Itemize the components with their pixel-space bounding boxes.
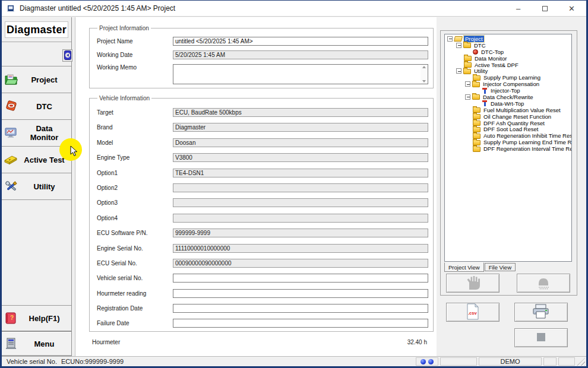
tree-expander-icon[interactable] xyxy=(465,81,470,87)
tree-item-supply-pump-learning[interactable]: Supply Pump Learning xyxy=(445,74,571,81)
folder-icon xyxy=(472,82,480,87)
tree-item-label: Data Check/Rewrite xyxy=(482,94,534,100)
folder-icon xyxy=(464,56,472,61)
tree-item-label: DPF Ash Quantity Reset xyxy=(482,120,546,126)
field-working-date[interactable] xyxy=(173,50,428,59)
tree-item-dpf-soot-load-reset[interactable]: DPF Soot Load Reset xyxy=(445,126,571,132)
tree-item-oil-change-reset-function[interactable]: Oil Change Reset Function xyxy=(445,113,571,120)
hourmeter-label: Hourmeter xyxy=(92,339,120,345)
tree-expander-icon[interactable] xyxy=(465,94,470,100)
stop-button[interactable] xyxy=(514,328,568,347)
form-row-vehicle-serial-no: Vehicle serial No. xyxy=(93,274,429,283)
sidebar-item-utility[interactable]: Utility xyxy=(2,173,71,200)
field-label: Working Memo xyxy=(93,64,173,71)
tree-item-label: Supply Pump Learning End Time Reset xyxy=(482,139,572,145)
field-hourmeter-reading[interactable] xyxy=(173,289,428,298)
tab-file-view[interactable]: File View xyxy=(485,263,516,271)
folder-icon xyxy=(463,69,471,74)
tree-item-dtc-top[interactable]: DTC-Top xyxy=(445,49,571,55)
field-failure-date[interactable] xyxy=(173,319,428,328)
field-model[interactable] xyxy=(173,138,428,147)
tree-expander-icon[interactable] xyxy=(456,43,461,48)
sidebar-collapse-button[interactable] xyxy=(62,49,72,62)
minimize-button[interactable]: – xyxy=(505,1,532,17)
status-blank-3 xyxy=(558,357,575,366)
sidebar-item-data-monitor[interactable]: Data Monitor xyxy=(2,120,71,147)
tree-item-injector-compensation[interactable]: Injector Compensation xyxy=(445,81,571,87)
tree-item-data-check-rewrite[interactable]: Data Check/Rewrite xyxy=(445,94,571,100)
close-button[interactable]: ✕ xyxy=(558,1,585,17)
form-row-option1: Option1 xyxy=(93,169,429,177)
sidebar-item-project[interactable]: Project xyxy=(2,66,71,93)
tree-item-fuel-multiplication-value-reset[interactable]: Fuel Multiplication Value Reset xyxy=(445,107,571,113)
field-option2[interactable] xyxy=(173,183,428,192)
form-row-working-date: Working Date xyxy=(93,50,429,59)
csv-export-button[interactable]: .csv xyxy=(446,303,500,322)
memo-scrollbar[interactable] xyxy=(421,65,428,84)
folder-icon xyxy=(473,127,480,132)
tab-project-view[interactable]: Project View xyxy=(444,262,484,272)
field-ecu-software-p-n[interactable] xyxy=(173,229,428,237)
field-engine-type[interactable] xyxy=(173,153,428,162)
app-icon xyxy=(7,5,15,12)
tree-item-data-wrt-top[interactable]: Data-Wrt-Top xyxy=(445,100,571,107)
hourmeter-row: Hourmeter 32.40 h xyxy=(92,339,427,345)
form-row-option2: Option2 xyxy=(93,183,429,192)
tree-item-dpf-regeneration-interval-time-reset[interactable]: DPF Regeneration Interval Time Reset xyxy=(445,145,571,152)
field-label: Option4 xyxy=(93,215,173,221)
comm-led-icon xyxy=(421,359,426,364)
vehicle-info-group: Vehicle Information TargetBrandModelEngi… xyxy=(89,95,434,332)
help-book-icon: ? xyxy=(2,312,21,325)
maximize-button[interactable] xyxy=(532,1,558,17)
tree-item-data-monitor[interactable]: Data Monitor xyxy=(445,55,571,62)
tree-item-injector-top[interactable]: Injector-Top xyxy=(445,87,571,94)
field-ecu-serial-no[interactable] xyxy=(173,259,428,268)
tree-item-supply-pump-learning-end-time-reset[interactable]: Supply Pump Learning End Time Reset xyxy=(445,139,571,145)
scroll-up-icon[interactable] xyxy=(422,66,426,68)
field-label: Failure Date xyxy=(93,320,173,326)
field-option3[interactable] xyxy=(173,198,428,207)
scroll-down-icon[interactable] xyxy=(422,80,426,83)
form-row-option4: Option4 xyxy=(93,214,429,223)
sidebar-item-dtc[interactable]: DTC xyxy=(2,93,71,120)
status-ecu-no: ECUNo:999999-9999 xyxy=(58,357,414,366)
field-engine-serial-no[interactable] xyxy=(173,244,428,253)
sidebar-item-help-f1[interactable]: ?Help(F1) xyxy=(2,305,71,331)
tree-item-dpf-ash-quantity-reset[interactable]: DPF Ash Quantity Reset xyxy=(445,120,571,126)
view-tabs: Project ViewFile View xyxy=(444,262,516,272)
field-label: Option2 xyxy=(93,185,173,191)
data-monitor-icon xyxy=(2,126,21,139)
tree-item-utility[interactable]: Utility xyxy=(445,68,571,74)
field-option1[interactable] xyxy=(173,169,428,177)
tree-item-active-test-dpf[interactable]: Active Test& DPF xyxy=(445,62,571,68)
tree-item-project[interactable]: Project xyxy=(445,36,571,42)
sidebar-item-active-test[interactable]: Active Test xyxy=(2,147,71,173)
tree-item-label: DPF Soot Load Reset xyxy=(482,126,539,132)
field-working-memo[interactable] xyxy=(173,65,421,84)
field-option4[interactable] xyxy=(173,214,428,223)
folder-icon xyxy=(472,94,480,100)
dtc-top-icon xyxy=(473,49,478,55)
print-button[interactable] xyxy=(514,303,568,322)
tree-item-dtc[interactable]: DTC xyxy=(445,42,571,49)
tree-item-auto-regeneration-inhibit-time-reset[interactable]: Auto Regeneration Inhibit Time Reset xyxy=(445,132,571,139)
field-label: Engine Serial No. xyxy=(93,245,173,252)
resize-grip[interactable] xyxy=(577,358,585,366)
form-row-ecu-serial-no: ECU Serial No. xyxy=(93,259,429,268)
clear-button xyxy=(517,274,570,293)
field-registration-date[interactable] xyxy=(173,304,428,313)
tree-expander-icon[interactable] xyxy=(447,36,453,42)
sidebar-item-menu[interactable]: Menu xyxy=(2,331,71,356)
field-project-name[interactable] xyxy=(173,37,428,46)
svg-text:?: ? xyxy=(10,315,14,321)
field-label: Model xyxy=(93,139,173,146)
field-label: Brand xyxy=(93,124,173,131)
memo-field-wrap xyxy=(173,64,428,84)
window-controls: – ✕ xyxy=(505,1,585,17)
tree-expander-icon[interactable] xyxy=(456,68,461,74)
field-target[interactable] xyxy=(173,108,428,117)
field-vehicle-serial-no[interactable] xyxy=(173,274,428,283)
project-tree: ProjectDTCDTC-TopData MonitorActive Test… xyxy=(444,34,572,262)
field-brand[interactable] xyxy=(173,123,428,132)
status-vehicle-serial: Vehicle serial No. xyxy=(3,357,56,366)
